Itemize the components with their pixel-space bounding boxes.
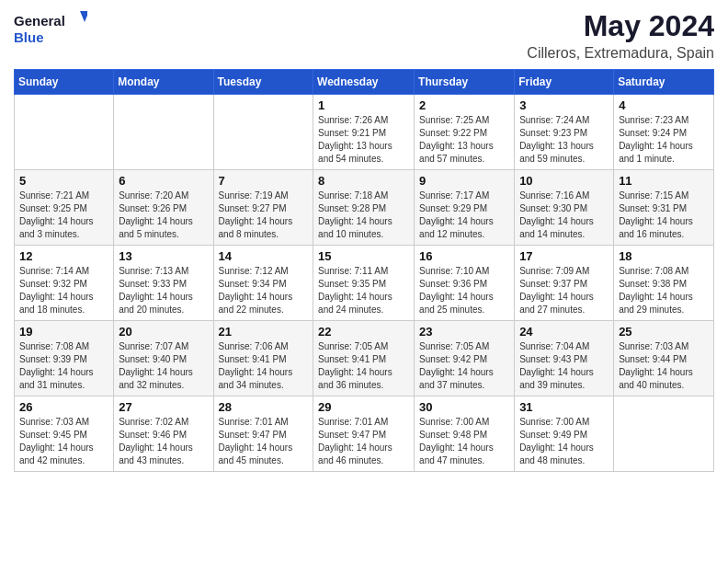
cell-info: Sunrise: 7:21 AM Sunset: 9:25 PM Dayligh… [19,190,108,241]
cell-date: 31 [519,400,609,414]
calendar-cell [213,95,313,170]
cell-date: 14 [219,249,309,263]
calendar-week-4: 19Sunrise: 7:08 AM Sunset: 9:39 PM Dayli… [15,321,714,396]
cell-date: 15 [318,249,409,263]
svg-marker-2 [80,11,87,22]
cell-date: 30 [419,400,509,414]
cell-info: Sunrise: 7:03 AM Sunset: 9:45 PM Dayligh… [19,416,108,467]
calendar-cell: 2Sunrise: 7:25 AM Sunset: 9:22 PM Daylig… [415,95,515,170]
calendar-cell: 7Sunrise: 7:19 AM Sunset: 9:27 PM Daylig… [213,170,313,246]
calendar-week-5: 26Sunrise: 7:03 AM Sunset: 9:45 PM Dayli… [15,396,714,472]
cell-info: Sunrise: 7:19 AM Sunset: 9:27 PM Dayligh… [219,190,309,241]
cell-date: 16 [419,249,509,263]
cell-info: Sunrise: 7:10 AM Sunset: 9:36 PM Dayligh… [419,265,509,316]
page: General Blue May 2024 Cilleros, Extremad… [0,0,728,563]
cell-info: Sunrise: 7:05 AM Sunset: 9:42 PM Dayligh… [419,340,509,392]
calendar-cell [15,95,114,170]
cell-info: Sunrise: 7:06 AM Sunset: 9:41 PM Dayligh… [219,340,309,392]
cell-info: Sunrise: 7:13 AM Sunset: 9:33 PM Dayligh… [119,265,208,316]
cell-info: Sunrise: 7:09 AM Sunset: 9:37 PM Dayligh… [519,265,609,316]
cell-date: 8 [318,174,409,188]
cell-date: 3 [519,98,609,112]
cell-date: 24 [519,325,609,339]
title-section: May 2024 Cilleros, Extremadura, Spain [527,9,714,62]
cell-info: Sunrise: 7:25 AM Sunset: 9:22 PM Dayligh… [419,114,509,166]
calendar-cell: 24Sunrise: 7:04 AM Sunset: 9:43 PM Dayli… [515,321,614,396]
cell-info: Sunrise: 7:00 AM Sunset: 9:48 PM Dayligh… [419,416,509,467]
calendar-cell: 28Sunrise: 7:01 AM Sunset: 9:47 PM Dayli… [213,396,313,472]
calendar-cell: 25Sunrise: 7:03 AM Sunset: 9:44 PM Dayli… [614,321,714,396]
calendar-header-row: SundayMondayTuesdayWednesdayThursdayFrid… [15,70,714,95]
cell-date: 10 [519,174,609,188]
cell-info: Sunrise: 7:23 AM Sunset: 9:24 PM Dayligh… [619,114,709,166]
calendar-cell: 3Sunrise: 7:24 AM Sunset: 9:23 PM Daylig… [515,95,614,170]
cell-info: Sunrise: 7:20 AM Sunset: 9:26 PM Dayligh… [119,190,208,241]
cell-date: 7 [219,174,309,188]
cell-info: Sunrise: 7:08 AM Sunset: 9:38 PM Dayligh… [619,265,709,316]
cell-info: Sunrise: 7:18 AM Sunset: 9:28 PM Dayligh… [318,190,409,241]
cell-date: 26 [19,400,108,414]
calendar-cell: 5Sunrise: 7:21 AM Sunset: 9:25 PM Daylig… [15,170,114,246]
cell-info: Sunrise: 7:01 AM Sunset: 9:47 PM Dayligh… [219,416,309,467]
cell-info: Sunrise: 7:17 AM Sunset: 9:29 PM Dayligh… [419,190,509,241]
calendar-cell: 4Sunrise: 7:23 AM Sunset: 9:24 PM Daylig… [614,95,714,170]
calendar-body: 1Sunrise: 7:26 AM Sunset: 9:21 PM Daylig… [15,95,714,472]
cell-info: Sunrise: 7:04 AM Sunset: 9:43 PM Dayligh… [519,340,609,392]
calendar-cell: 17Sunrise: 7:09 AM Sunset: 9:37 PM Dayli… [515,246,614,321]
cell-date: 17 [519,249,609,263]
svg-text:General: General [14,13,65,29]
calendar-cell: 12Sunrise: 7:14 AM Sunset: 9:32 PM Dayli… [15,246,114,321]
calendar-cell: 9Sunrise: 7:17 AM Sunset: 9:29 PM Daylig… [415,170,515,246]
day-header-friday: Friday [515,70,614,95]
cell-date: 13 [119,249,208,263]
cell-info: Sunrise: 7:02 AM Sunset: 9:46 PM Dayligh… [119,416,208,467]
cell-info: Sunrise: 7:15 AM Sunset: 9:31 PM Dayligh… [619,190,709,241]
calendar-cell: 26Sunrise: 7:03 AM Sunset: 9:45 PM Dayli… [15,396,114,472]
calendar-cell: 18Sunrise: 7:08 AM Sunset: 9:38 PM Dayli… [614,246,714,321]
calendar-week-3: 12Sunrise: 7:14 AM Sunset: 9:32 PM Dayli… [15,246,714,321]
cell-date: 29 [318,400,409,414]
day-header-tuesday: Tuesday [213,70,313,95]
calendar-cell [114,95,213,170]
cell-info: Sunrise: 7:08 AM Sunset: 9:39 PM Dayligh… [19,340,108,392]
cell-date: 1 [318,98,409,112]
cell-info: Sunrise: 7:16 AM Sunset: 9:30 PM Dayligh… [519,190,609,241]
cell-date: 19 [19,325,108,339]
header: General Blue May 2024 Cilleros, Extremad… [14,9,714,62]
calendar-cell: 14Sunrise: 7:12 AM Sunset: 9:34 PM Dayli… [213,246,313,321]
calendar-cell: 21Sunrise: 7:06 AM Sunset: 9:41 PM Dayli… [213,321,313,396]
cell-info: Sunrise: 7:07 AM Sunset: 9:40 PM Dayligh… [119,340,208,392]
cell-date: 5 [19,174,108,188]
calendar-cell: 29Sunrise: 7:01 AM Sunset: 9:47 PM Dayli… [313,396,415,472]
logo: General Blue [14,9,87,50]
day-header-thursday: Thursday [415,70,515,95]
calendar-cell: 10Sunrise: 7:16 AM Sunset: 9:30 PM Dayli… [515,170,614,246]
cell-date: 23 [419,325,509,339]
calendar-cell: 15Sunrise: 7:11 AM Sunset: 9:35 PM Dayli… [313,246,415,321]
cell-info: Sunrise: 7:05 AM Sunset: 9:41 PM Dayligh… [318,340,409,392]
calendar-cell: 27Sunrise: 7:02 AM Sunset: 9:46 PM Dayli… [114,396,213,472]
cell-info: Sunrise: 7:11 AM Sunset: 9:35 PM Dayligh… [318,265,409,316]
cell-info: Sunrise: 7:00 AM Sunset: 9:49 PM Dayligh… [519,416,609,467]
logo-svg: General Blue [14,9,87,50]
cell-info: Sunrise: 7:24 AM Sunset: 9:23 PM Dayligh… [519,114,609,166]
subtitle: Cilleros, Extremadura, Spain [527,45,714,62]
calendar-cell [614,396,714,472]
calendar-cell: 6Sunrise: 7:20 AM Sunset: 9:26 PM Daylig… [114,170,213,246]
cell-date: 2 [419,98,509,112]
calendar-week-2: 5Sunrise: 7:21 AM Sunset: 9:25 PM Daylig… [15,170,714,246]
calendar-cell: 23Sunrise: 7:05 AM Sunset: 9:42 PM Dayli… [415,321,515,396]
day-header-wednesday: Wednesday [313,70,415,95]
calendar-cell: 31Sunrise: 7:00 AM Sunset: 9:49 PM Dayli… [515,396,614,472]
cell-date: 27 [119,400,208,414]
cell-info: Sunrise: 7:03 AM Sunset: 9:44 PM Dayligh… [619,340,709,392]
cell-info: Sunrise: 7:01 AM Sunset: 9:47 PM Dayligh… [318,416,409,467]
calendar-cell: 30Sunrise: 7:00 AM Sunset: 9:48 PM Dayli… [415,396,515,472]
day-header-monday: Monday [114,70,213,95]
calendar-week-1: 1Sunrise: 7:26 AM Sunset: 9:21 PM Daylig… [15,95,714,170]
cell-date: 4 [619,98,709,112]
cell-info: Sunrise: 7:14 AM Sunset: 9:32 PM Dayligh… [19,265,108,316]
calendar-cell: 20Sunrise: 7:07 AM Sunset: 9:40 PM Dayli… [114,321,213,396]
calendar-cell: 8Sunrise: 7:18 AM Sunset: 9:28 PM Daylig… [313,170,415,246]
cell-date: 9 [419,174,509,188]
